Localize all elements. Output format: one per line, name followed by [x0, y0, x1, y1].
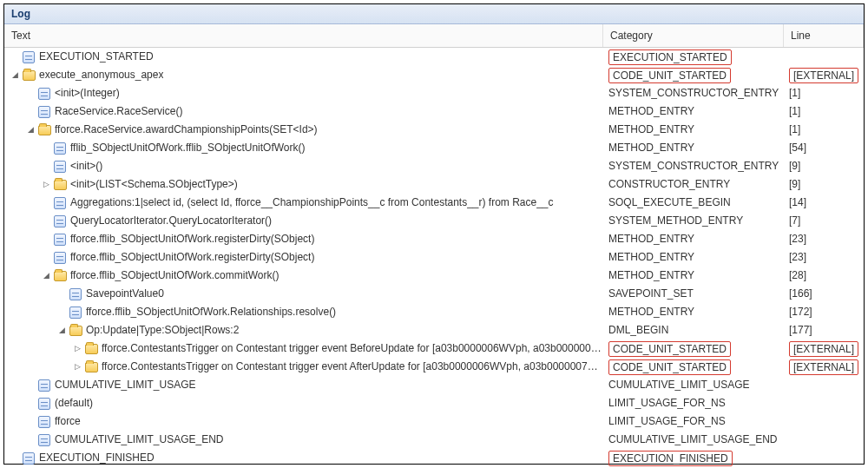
- folder-icon: [22, 69, 36, 82]
- tree-row[interactable]: ▷fforce.ContestantsTrigger on Contestant…: [4, 339, 864, 358]
- tree-row[interactable]: fforceLIMIT_USAGE_FOR_NS: [4, 412, 864, 431]
- row-text-label: fforce: [55, 412, 81, 431]
- cell-category: CUMULATIVE_LIMIT_USAGE_END: [603, 431, 784, 449]
- cell-category: CODE_UNIT_STARTED: [603, 359, 784, 375]
- tree-row[interactable]: EXECUTION_STARTEDEXECUTION_STARTED: [4, 48, 864, 66]
- row-line-label: [177]: [789, 321, 812, 339]
- row-category-label: METHOD_ENTRY: [608, 102, 694, 121]
- collapse-icon[interactable]: ◢: [10, 70, 20, 81]
- tree-row[interactable]: ◢fforce.fflib_SObjectUnitOfWork.commitWo…: [4, 267, 864, 285]
- cell-text: ▷fforce.ContestantsTrigger on Contestant…: [4, 358, 603, 376]
- row-category-label: METHOD_ENTRY: [608, 248, 694, 267]
- row-text-label: fforce.ContestantsTrigger on Contestant …: [102, 339, 603, 358]
- document-icon: [22, 50, 36, 64]
- tree-row[interactable]: ▷fforce.ContestantsTrigger on Contestant…: [4, 358, 864, 376]
- cell-category: LIMIT_USAGE_FOR_NS: [603, 412, 784, 431]
- tree-row[interactable]: (default)LIMIT_USAGE_FOR_NS: [4, 394, 864, 412]
- row-line-label: [EXTERNAL]: [789, 341, 858, 357]
- tree-row[interactable]: fforce.fflib_SObjectUnitOfWork.registerD…: [4, 248, 864, 267]
- folder-icon: [84, 360, 98, 374]
- row-line-label: [54]: [789, 139, 806, 157]
- row-line-label: [14]: [789, 194, 806, 212]
- tree-row[interactable]: CUMULATIVE_LIMIT_USAGECUMULATIVE_LIMIT_U…: [4, 376, 864, 394]
- row-text-label: <init>(LIST<Schema.SObjectType>): [70, 175, 238, 194]
- cell-text: CUMULATIVE_LIMIT_USAGE: [4, 376, 603, 394]
- cell-category: SYSTEM_METHOD_ENTRY: [603, 212, 784, 230]
- log-rows: EXECUTION_STARTEDEXECUTION_STARTED◢execu…: [4, 48, 864, 467]
- row-category-label: CODE_UNIT_STARTED: [608, 359, 731, 375]
- tree-row[interactable]: fflib_SObjectUnitOfWork.fflib_SObjectUni…: [4, 139, 864, 157]
- expand-icon[interactable]: ▷: [41, 180, 51, 190]
- cell-text: Aggregations:1|select id, (select Id, ff…: [4, 194, 603, 212]
- document-icon: [37, 379, 51, 392]
- cell-line: [EXTERNAL]: [784, 359, 864, 375]
- expand-icon[interactable]: ▷: [72, 344, 82, 354]
- cell-text: ▷<init>(LIST<Schema.SObjectType>): [4, 175, 603, 194]
- cell-category: METHOD_ENTRY: [603, 102, 784, 121]
- row-category-label: SYSTEM_CONSTRUCTOR_ENTRY: [608, 157, 779, 175]
- row-category-label: CUMULATIVE_LIMIT_USAGE: [608, 376, 749, 394]
- col-header-line[interactable]: Line: [784, 24, 864, 47]
- cell-category: CONSTRUCTOR_ENTRY: [603, 175, 784, 194]
- tree-row[interactable]: CUMULATIVE_LIMIT_USAGE_ENDCUMULATIVE_LIM…: [4, 431, 864, 449]
- cell-line: [EXTERNAL]: [784, 68, 864, 83]
- row-text-label: CUMULATIVE_LIMIT_USAGE_END: [55, 431, 224, 449]
- log-panel: Log Text Category Line EXECUTION_STARTED…: [3, 3, 865, 465]
- tree-row[interactable]: <init>()SYSTEM_CONSTRUCTOR_ENTRY[9]: [4, 157, 864, 175]
- cell-line: [EXTERNAL]: [784, 341, 864, 357]
- cell-text: fforce.fflib_SObjectUnitOfWork.registerD…: [4, 248, 603, 267]
- document-icon: [53, 142, 67, 155]
- tree-row[interactable]: fforce.fflib_SObjectUnitOfWork.registerD…: [4, 230, 864, 248]
- cell-category: EXECUTION_FINISHED: [603, 451, 784, 466]
- cell-text: fforce.fflib_SObjectUnitOfWork.registerD…: [4, 230, 603, 248]
- document-icon: [37, 105, 51, 119]
- tree-row[interactable]: SavepointValue0SAVEPOINT_SET[166]: [4, 285, 864, 303]
- tree-row[interactable]: <init>(Integer)SYSTEM_CONSTRUCTOR_ENTRY[…: [4, 84, 864, 102]
- row-text-label: QueryLocatorIterator.QueryLocatorIterato…: [70, 212, 272, 230]
- row-category-label: METHOD_ENTRY: [608, 303, 694, 321]
- cell-category: LIMIT_USAGE_FOR_NS: [603, 394, 784, 412]
- tree-row[interactable]: EXECUTION_FINISHEDEXECUTION_FINISHED: [4, 449, 864, 467]
- collapse-icon[interactable]: ◢: [56, 326, 67, 336]
- cell-category: CUMULATIVE_LIMIT_USAGE: [603, 376, 784, 394]
- tree-row[interactable]: ◢fforce.RaceService.awardChampionshipPoi…: [4, 121, 864, 139]
- cell-line: [166]: [784, 285, 864, 303]
- cell-line: [28]: [784, 267, 864, 285]
- tree-row[interactable]: fforce.fflib_SObjectUnitOfWork.Relations…: [4, 303, 864, 321]
- row-category-label: CODE_UNIT_STARTED: [608, 341, 731, 357]
- row-text-label: <init>(): [70, 157, 102, 175]
- cell-text: ◢fforce.fflib_SObjectUnitOfWork.commitWo…: [4, 267, 603, 285]
- tree-row[interactable]: QueryLocatorIterator.QueryLocatorIterato…: [4, 212, 864, 230]
- row-line-label: [1]: [789, 121, 800, 139]
- cell-line: [1]: [784, 102, 864, 121]
- expand-icon[interactable]: ▷: [72, 362, 82, 372]
- row-text-label: fforce.fflib_SObjectUnitOfWork.registerD…: [70, 230, 314, 248]
- cell-text: ◢fforce.RaceService.awardChampionshipPoi…: [4, 121, 603, 139]
- tree-row[interactable]: ◢execute_anonymous_apexCODE_UNIT_STARTED…: [4, 66, 864, 84]
- row-category-label: CODE_UNIT_STARTED: [608, 68, 731, 83]
- cell-category: SOQL_EXECUTE_BEGIN: [603, 194, 784, 212]
- row-category-label: METHOD_ENTRY: [608, 121, 694, 139]
- tree-row[interactable]: RaceService.RaceService()METHOD_ENTRY[1]: [4, 102, 864, 121]
- document-icon: [37, 415, 51, 429]
- row-line-label: [EXTERNAL]: [789, 68, 858, 83]
- row-text-label: fforce.fflib_SObjectUnitOfWork.commitWor…: [70, 267, 279, 285]
- row-text-label: EXECUTION_FINISHED: [39, 449, 155, 467]
- row-text-label: fforce.fflib_SObjectUnitOfWork.registerD…: [70, 248, 314, 267]
- col-header-category[interactable]: Category: [603, 24, 784, 47]
- cell-category: CODE_UNIT_STARTED: [603, 68, 784, 83]
- tree-row[interactable]: ◢Op:Update|Type:SObject|Rows:2DML_BEGIN[…: [4, 321, 864, 339]
- collapse-icon[interactable]: ◢: [41, 271, 51, 281]
- cell-text: ▷fforce.ContestantsTrigger on Contestant…: [4, 339, 603, 358]
- tree-row[interactable]: Aggregations:1|select id, (select Id, ff…: [4, 194, 864, 212]
- document-icon: [22, 452, 36, 465]
- row-line-label: [1]: [789, 84, 800, 102]
- row-category-label: CUMULATIVE_LIMIT_USAGE_END: [608, 431, 778, 449]
- row-text-label: <init>(Integer): [55, 84, 120, 102]
- tree-row[interactable]: ▷<init>(LIST<Schema.SObjectType>)CONSTRU…: [4, 175, 864, 194]
- collapse-icon[interactable]: ◢: [25, 125, 36, 135]
- col-header-text[interactable]: Text: [4, 24, 603, 47]
- row-line-label: [166]: [789, 285, 812, 303]
- cell-category: DML_BEGIN: [603, 321, 784, 339]
- row-category-label: LIMIT_USAGE_FOR_NS: [608, 412, 726, 431]
